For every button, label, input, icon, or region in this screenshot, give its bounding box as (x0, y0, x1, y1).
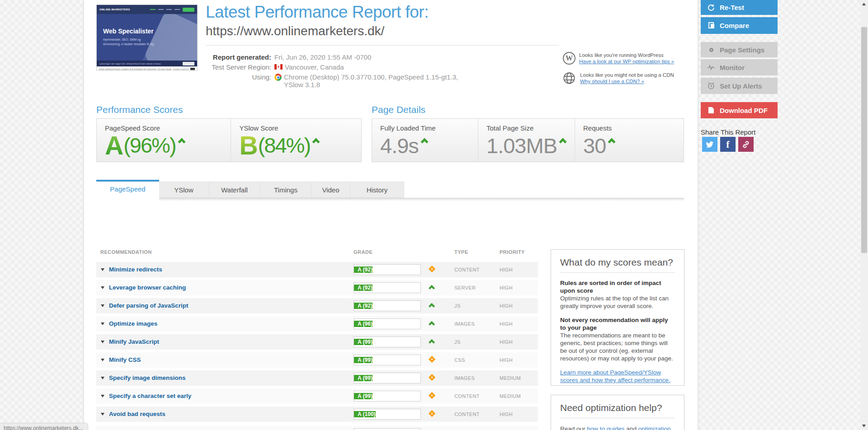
header-recommendation: RECOMMENDATION (100, 249, 152, 255)
meta-value: Fri, Jun 26, 2020 1:55 AM -0700 (274, 53, 371, 61)
thumbnail-cookie-text: Dette websted bruger cookies til at forb… (99, 68, 171, 70)
thumbnail-nav-dash (175, 9, 180, 10)
recommendation-link[interactable]: Specify image dimensions (109, 370, 186, 386)
unchanged-icon (429, 266, 434, 271)
type-cell: CONTENT (454, 388, 480, 404)
tab-yslow[interactable]: YSlow (159, 182, 209, 198)
yslow-score-cell: YSlow Score B(84%) (231, 119, 361, 162)
pagespeed-score-percent: (96%) (123, 133, 175, 158)
requests-label: Requests (583, 124, 684, 132)
grade-bar: A (92) (354, 282, 421, 293)
wordpress-icon: W (563, 52, 576, 65)
improved-arrow-icon (559, 138, 566, 146)
facebook-icon: f (726, 139, 729, 150)
expand-triangle-icon[interactable] (101, 395, 104, 397)
how-to-guides-link[interactable]: how to guides (587, 425, 624, 430)
optimization-help-title: Need optimization help? (560, 402, 675, 418)
scrollbar-thumb[interactable] (861, 27, 867, 253)
compare-button[interactable]: Compare (701, 17, 778, 34)
expand-triangle-icon[interactable] (101, 286, 104, 289)
requests-value: 30 (583, 134, 606, 158)
scroll-up-arrow[interactable] (862, 3, 866, 5)
thumbnail-nav-dash (150, 9, 156, 10)
retest-button[interactable]: Re-Test (701, 0, 778, 15)
expand-triangle-icon[interactable] (101, 322, 104, 325)
tab-video[interactable]: Video (311, 182, 350, 198)
tab-timings[interactable]: Timings (260, 182, 311, 198)
share-facebook-button[interactable]: f (720, 137, 736, 152)
header-priority: PRIORITY (500, 249, 525, 255)
recommendation-link[interactable]: Minify CSS (109, 352, 141, 368)
improved-arrow-icon (312, 138, 320, 146)
total-page-size-value: 1.03MB (486, 134, 557, 158)
priority-cell: HIGH (500, 262, 513, 277)
performance-scores-panel: PageSpeed Score A(96%) YSlow Score B(84%… (96, 118, 362, 162)
pagespeed-score-value-line: A(96%) (105, 133, 231, 158)
expand-triangle-icon[interactable] (101, 304, 104, 307)
recommendation-link[interactable]: Avoid bad requests (109, 407, 165, 422)
recommendations-table: RECOMMENDATION GRADE TYPE PRIORITY Minim… (96, 249, 538, 425)
improved-icon (429, 285, 434, 290)
report-content-area: ONLINE-MARKETERS Web Specialister Hjemme… (84, 0, 698, 430)
recommendation-link[interactable]: Leverage browser caching (109, 280, 186, 295)
tab-pagespeed[interactable]: PageSpeed (96, 180, 159, 198)
tab-history[interactable]: History (350, 182, 404, 198)
wp-optimization-tips-link[interactable]: Have a look at our WP optimization tips … (579, 59, 674, 64)
improved-arrow-icon (608, 138, 616, 146)
fully-loaded-time-label: Fully Loaded Time (380, 124, 478, 132)
share-report-label: Share This Report (701, 128, 755, 136)
notice-text: Looks like you're running WordPress (579, 52, 674, 58)
recommendation-link[interactable]: Minify JavaScript (109, 334, 159, 350)
expand-triangle-icon[interactable] (101, 359, 104, 361)
cdn-info-link[interactable]: Why should I use a CDN? » (580, 79, 644, 84)
notice-text-wrap: Looks like you might not be using a CDN … (580, 72, 674, 85)
pagespeed-score-cell: PageSpeed Score A(96%) (97, 119, 231, 162)
recommendation-link[interactable]: Defer parsing of JavaScript (109, 298, 189, 313)
improved-icon (429, 303, 434, 308)
recommendation-link[interactable]: Optimize images (109, 316, 157, 332)
wordpress-notice: W Looks like you're running WordPress Ha… (563, 52, 694, 65)
recommendation-link[interactable]: Minimize redirects (109, 262, 162, 277)
table-row: Minify JavaScript A (99) JS HIGH (96, 334, 538, 350)
grade-bar: A (99) (354, 373, 421, 383)
site-thumbnail[interactable]: ONLINE-MARKETERS Web Specialister Hjemme… (96, 5, 198, 70)
expand-triangle-icon[interactable] (101, 268, 104, 271)
expand-triangle-icon[interactable] (101, 413, 104, 416)
monitor-button[interactable]: Monitor (701, 59, 778, 75)
thumbnail-hero-title: Web Specialister (103, 28, 154, 35)
page-settings-button[interactable]: Page Settings (701, 42, 778, 57)
share-link-button[interactable] (738, 137, 754, 152)
pulse-icon (707, 63, 715, 71)
scroll-down-arrow[interactable] (862, 425, 866, 427)
grade-bar: A (99) (354, 337, 421, 347)
learn-more-link[interactable]: Learn more about PageSpeed/YSlow scores … (560, 369, 675, 384)
explainer-heading: Rules are sorted in order of impact upon… (560, 279, 675, 294)
improved-arrow-icon (420, 138, 428, 146)
optimization-link[interactable]: optimization (638, 425, 671, 430)
header-grade: GRADE (354, 249, 373, 255)
page-title: Latest Performance Report for: (206, 3, 429, 22)
thumbnail-cookie-bar: Dette websted bruger cookies til at forb… (97, 66, 197, 70)
vertical-scrollbar[interactable] (860, 0, 868, 430)
expand-triangle-icon[interactable] (101, 377, 104, 379)
explainer-heading: Not every recommendation will apply to y… (560, 316, 675, 332)
gear-icon (707, 46, 715, 54)
page-details-heading: Page Details (372, 104, 425, 115)
thumbnail-cta-strip: Løsninger der tager din virksomhed til d… (97, 61, 197, 66)
set-up-alerts-button[interactable]: Set Up Alerts (701, 78, 778, 94)
table-row: Defer parsing of JavaScript A (92) JS HI… (96, 298, 538, 313)
download-pdf-button[interactable]: Download PDF (701, 102, 778, 118)
recommendation-link[interactable]: Specify a character set early (109, 388, 191, 404)
fully-loaded-time-value: 4.9s (380, 134, 419, 158)
priority-cell: MEDIUM (500, 370, 521, 386)
scores-explainer-panel: What do my scores mean? Rules are sorted… (551, 249, 684, 386)
share-twitter-button[interactable] (702, 137, 717, 152)
report-url: https://www.onlinemarketers.dk/ (206, 24, 384, 38)
tab-waterfall[interactable]: Waterfall (209, 182, 260, 198)
explainer-body: Optimizing rules at the top of the list … (560, 294, 675, 310)
priority-cell: HIGH (500, 334, 513, 350)
grade-bar: A (99) (354, 355, 421, 365)
expand-triangle-icon[interactable] (101, 341, 104, 343)
meta-label: Report generated: (206, 53, 271, 61)
grade-bar (354, 428, 421, 430)
